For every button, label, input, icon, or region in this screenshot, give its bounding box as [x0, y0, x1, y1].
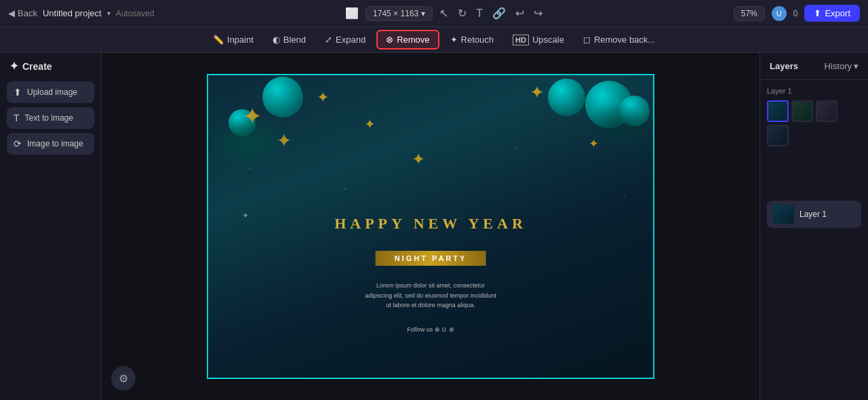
- image-to-image-button[interactable]: ⟳ Image to image: [7, 133, 94, 155]
- upscale-icon: HD: [513, 35, 529, 45]
- remove-background-tool[interactable]: ◻ Remove back...: [575, 31, 663, 48]
- zoom-selector[interactable]: 57%: [734, 6, 765, 21]
- upload-image-button[interactable]: ⬆ Upload image: [7, 81, 94, 103]
- history-label: History: [825, 61, 852, 71]
- export-button[interactable]: ⬆ Export: [804, 5, 860, 22]
- layer-group-label: Layer 1: [767, 87, 861, 95]
- frame-icon[interactable]: ⬜: [342, 4, 361, 22]
- dimension-value: 1745 × 1163: [373, 9, 418, 18]
- back-button[interactable]: ◀ Back: [8, 8, 37, 18]
- ornament-ball-2: [548, 79, 585, 116]
- history-tab[interactable]: History ▾: [825, 61, 859, 71]
- inpaint-label: Inpaint: [227, 35, 254, 45]
- canvas-wrapper[interactable]: ↻ ✦ ✦: [207, 74, 654, 379]
- gold-star-3: ✦: [317, 89, 329, 106]
- layer-item-label: Layer 1: [800, 209, 827, 219]
- ornament-ball-5: [262, 77, 303, 117]
- text-to-image-button[interactable]: T Text to image: [7, 107, 94, 129]
- gold-star-5: ✦: [530, 82, 545, 103]
- link-tool[interactable]: 🔗: [490, 4, 509, 22]
- top-bar: ◀ Back Untitled project ▾ Autosaved ⬜ 17…: [0, 0, 868, 27]
- expand-label: Expand: [336, 35, 366, 45]
- foliage-left: [208, 116, 290, 170]
- image-to-image-label: Image to image: [27, 139, 83, 148]
- settings-area: ⚙: [111, 366, 136, 391]
- right-panel: Layers History ▾ Layer 1: [760, 53, 868, 400]
- panel-header: Layers History ▾: [760, 53, 868, 80]
- create-header: ✦ Create: [0, 53, 101, 79]
- upload-image-label: Upload image: [27, 87, 77, 97]
- user-avatar: U: [772, 6, 787, 21]
- expand-icon: ⤢: [325, 35, 332, 45]
- layer-item-1[interactable]: Layer 1: [767, 201, 861, 228]
- blend-label: Blend: [283, 35, 306, 45]
- dimension-selector[interactable]: 1745 × 1163 ▾: [366, 6, 433, 21]
- canvas-main-text: HAPPY NEW YEAR: [334, 215, 527, 233]
- layer-thumbnails: [767, 100, 861, 146]
- canvas-follow-text: Follow us ⊕ ⊙ ⊗: [407, 326, 454, 333]
- thumbnail-2-inner: [793, 102, 812, 121]
- gold-star-7: ✦: [412, 150, 425, 169]
- project-name[interactable]: Untitled project: [43, 8, 102, 18]
- undo-button[interactable]: ↩: [513, 4, 527, 22]
- create-icon: ✦: [9, 60, 18, 73]
- layers-section: Layer 1 Layer 1: [760, 80, 868, 235]
- text-to-image-label: Text to image: [25, 113, 73, 123]
- back-label: Back: [18, 8, 37, 18]
- canvas-area[interactable]: ↻ ✦ ✦: [102, 53, 760, 400]
- thumbnail-1[interactable]: [767, 100, 789, 122]
- thumbnail-1-inner: [768, 102, 787, 121]
- left-sidebar: ✦ Create ⬆ Upload image T Text to image …: [0, 53, 102, 400]
- expand-tool[interactable]: ⤢ Expand: [317, 31, 374, 48]
- export-icon: ⬆: [814, 8, 821, 18]
- zoom-value: 57%: [741, 9, 757, 18]
- main-area: ✦ Create ⬆ Upload image T Text to image …: [0, 53, 868, 400]
- notification-count: 0: [793, 9, 798, 18]
- toolbar-strip: ✏️ Inpaint ◐ Blend ⤢ Expand ⊗ Remove ✦ R…: [0, 27, 868, 53]
- autosaved-status: Autosaved: [116, 9, 155, 18]
- project-dropdown-icon[interactable]: ▾: [107, 9, 111, 17]
- layer-list: Layer 1: [767, 201, 861, 228]
- thumbnail-3-inner: [817, 102, 836, 121]
- image-to-image-icon: ⟳: [14, 138, 22, 149]
- layers-tab[interactable]: Layers: [770, 61, 798, 71]
- remove-background-icon: ◻: [583, 35, 591, 45]
- canvas-banner: NIGHT PARTY: [376, 251, 486, 266]
- redo-button[interactable]: ↪: [531, 4, 545, 22]
- thumbnail-2[interactable]: [791, 100, 813, 122]
- canvas-lorem-text: Lorem ipsum dolor sit amet, consectetura…: [365, 281, 496, 310]
- remove-background-label: Remove back...: [594, 35, 655, 45]
- upscale-tool[interactable]: HD Upscale: [505, 31, 572, 49]
- canvas-image: ✦ ✦ ✦ ✦ ✦ ✦ ✦ · · · ✦ ·: [208, 75, 653, 378]
- blend-icon: ◐: [273, 35, 280, 45]
- text-tool[interactable]: T: [473, 5, 486, 22]
- sparkle-4: ✦: [242, 211, 249, 220]
- remove-label: Remove: [397, 35, 429, 45]
- layer-item-thumbnail: [772, 205, 794, 224]
- thumbnail-4[interactable]: [767, 125, 789, 146]
- blend-tool[interactable]: ◐ Blend: [264, 31, 314, 48]
- retouch-label: Retouch: [461, 35, 494, 45]
- back-icon: ◀: [8, 8, 15, 18]
- thumbnail-4-inner: [768, 126, 787, 145]
- dimension-dropdown-icon: ▾: [421, 9, 425, 18]
- sparkle-2: ·: [344, 184, 346, 193]
- rotate-tool[interactable]: ↻: [455, 4, 469, 22]
- inpaint-icon: ✏️: [213, 35, 224, 45]
- foliage-right: [585, 102, 653, 150]
- settings-button[interactable]: ⚙: [111, 366, 136, 391]
- remove-tool[interactable]: ⊗ Remove: [376, 30, 439, 49]
- inpaint-tool[interactable]: ✏️ Inpaint: [205, 31, 262, 48]
- text-to-image-icon: T: [14, 113, 20, 123]
- remove-icon: ⊗: [386, 35, 393, 45]
- gold-star-4: ✦: [364, 116, 376, 132]
- history-chevron-icon: ▾: [854, 61, 859, 71]
- sparkle-3: ·: [515, 143, 517, 153]
- thumbnail-3[interactable]: [816, 100, 837, 122]
- pointer-tool[interactable]: ↖: [437, 4, 451, 22]
- create-label: Create: [22, 61, 52, 72]
- export-label: Export: [825, 8, 850, 18]
- retouch-tool[interactable]: ✦ Retouch: [442, 31, 502, 48]
- upload-icon: ⬆: [14, 87, 22, 98]
- sparkle-5: ·: [624, 191, 626, 200]
